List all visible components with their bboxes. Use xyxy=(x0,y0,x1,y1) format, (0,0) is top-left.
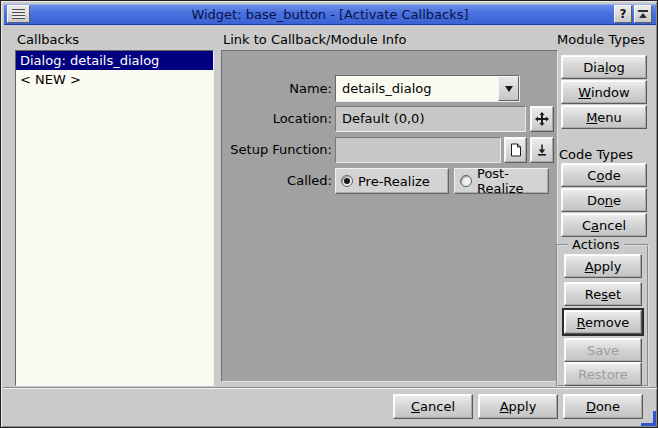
callbacks-list[interactable]: Dialog: details_dialog < NEW > xyxy=(15,50,214,386)
code-type-cancel-button[interactable]: Cancel xyxy=(561,213,647,237)
separator xyxy=(3,387,657,389)
code-type-code-button[interactable]: Code xyxy=(561,163,647,187)
name-combo[interactable]: details_dialog xyxy=(335,75,520,102)
setup-function-label: Setup Function: xyxy=(222,137,332,163)
pick-function-button[interactable] xyxy=(530,137,554,163)
down-arrow-to-bar-icon xyxy=(536,144,548,156)
shade-icon xyxy=(637,9,649,19)
cancel-button[interactable]: Cancel xyxy=(393,394,473,419)
shade-button[interactable] xyxy=(634,5,652,23)
setup-function-input[interactable] xyxy=(335,137,501,163)
name-combo-arrow-button[interactable] xyxy=(498,76,519,101)
actions-reset-button[interactable]: Reset xyxy=(564,282,642,306)
list-item[interactable]: Dialog: details_dialog xyxy=(16,51,213,70)
actions-remove-button[interactable]: Remove xyxy=(564,310,642,334)
chevron-down-icon xyxy=(505,86,513,92)
module-type-window-button[interactable]: Window xyxy=(561,80,647,104)
radio-selected-icon xyxy=(341,175,353,187)
dialog-window: Widget: base_button - [Activate Callback… xyxy=(0,0,658,428)
pre-realize-radio[interactable]: Pre-Realize xyxy=(335,168,449,194)
name-combo-value[interactable]: details_dialog xyxy=(336,76,498,101)
actions-save-button: Save xyxy=(564,338,642,362)
done-button[interactable]: Done xyxy=(563,394,643,419)
location-field: Default (0,0) xyxy=(335,106,526,132)
help-button[interactable]: ? xyxy=(614,5,632,23)
document-icon xyxy=(510,143,522,157)
name-label: Name: xyxy=(222,75,332,102)
code-type-done-button[interactable]: Done xyxy=(561,188,647,212)
module-type-menu-button[interactable]: Menu xyxy=(561,105,647,129)
window-title: Widget: base_button - [Activate Callback… xyxy=(4,4,656,25)
actions-restore-button: Restore xyxy=(564,362,642,386)
actions-apply-button[interactable]: Apply xyxy=(564,254,642,278)
apply-button[interactable]: Apply xyxy=(478,394,558,419)
titlebar[interactable]: Widget: base_button - [Activate Callback… xyxy=(4,4,656,25)
module-type-dialog-button[interactable]: Dialog xyxy=(561,55,647,79)
move-icon xyxy=(535,112,549,126)
code-types-label: Code Types xyxy=(559,147,633,162)
new-function-button[interactable] xyxy=(504,137,527,163)
info-panel: Name: details_dialog Location: Default (… xyxy=(221,50,558,382)
info-panel-title: Link to Callback/Module Info xyxy=(223,32,407,47)
location-move-button[interactable] xyxy=(530,106,554,132)
post-realize-radio[interactable]: Post-Realize xyxy=(454,168,549,194)
actions-group-title: Actions xyxy=(568,237,624,252)
called-label: Called: xyxy=(222,168,332,194)
module-types-label: Module Types xyxy=(557,32,645,47)
help-icon: ? xyxy=(620,7,627,21)
list-item[interactable]: < NEW > xyxy=(16,70,213,89)
radio-label: Post-Realize xyxy=(477,166,548,196)
callbacks-label: Callbacks xyxy=(17,32,79,47)
location-label: Location: xyxy=(222,106,332,132)
radio-label: Pre-Realize xyxy=(358,174,430,189)
radio-unselected-icon xyxy=(460,175,472,187)
resize-grip[interactable] xyxy=(641,411,656,426)
